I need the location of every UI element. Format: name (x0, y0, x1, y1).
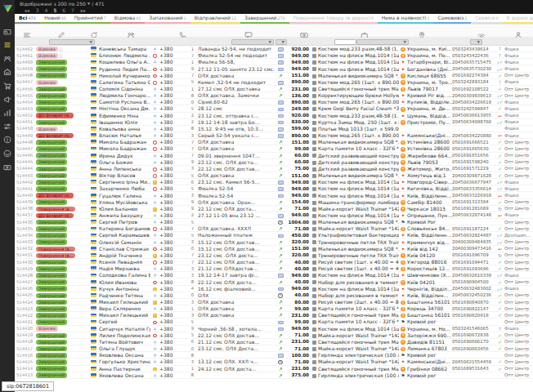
order-row[interactable]: 514422ЗавершенийМихаил Гилецькийlc+3803О… (15, 312, 533, 318)
order-row[interactable]: 514455ЗавершенийЛюдмила Гончаро…✳+3808ОЛ… (15, 92, 533, 99)
order-row[interactable]: 514441ЗавершенийЗахарченко Люба+3805Фиал… (15, 185, 533, 192)
tab-Нема в наявності[interactable]: Нема в наявності1 (378, 14, 434, 24)
filter-dropdown[interactable]: ▼ (356, 39, 409, 45)
order-row[interactable]: 514460ЗавершенийКошелева Ольга А…✳+3801Ф… (15, 59, 533, 65)
filter-input[interactable] (334, 39, 356, 45)
order-row[interactable]: 514449ДО Возврат ск..Власюк Наталья✳+380… (15, 132, 533, 139)
order-row[interactable]: 514421ЗавершенийСергей+380599.00Карта па… (15, 318, 533, 325)
order-row[interactable]: 514431Повернення (в...Андрій Ткаченкоlc+… (15, 252, 533, 259)
order-row[interactable]: 514417ЗавершенийОльга Глущук✳+380023.12 … (15, 345, 533, 352)
page-button-4[interactable]: 4 (45, 7, 48, 14)
app-logo-icon[interactable] (2, 1, 13, 16)
tracking-status-cell: ✓ (495, 159, 504, 165)
tab-Повернення товару (в дорозі)[interactable]: Повернення товару (в дорозі)0 (289, 14, 378, 24)
payment-cell: ↗ (275, 299, 285, 305)
last-page-button[interactable]: »» (80, 7, 86, 14)
product-box-icon (312, 287, 316, 292)
order-row[interactable]: 514425ЗавершенийРадченко Тетяна✳+3800ОЛХ… (15, 292, 533, 299)
order-row[interactable]: 514446ЗавершенийИрина Дидух✳+380709.01 з… (15, 153, 533, 159)
tab-Запакований[interactable]: Запакований1 (145, 14, 190, 24)
tab-Всі[interactable]: Всі471 (15, 14, 40, 24)
page-button-7[interactable]: 7 (71, 7, 74, 14)
order-row[interactable]: 514450ВідмоваⓘКовальова анна✳+380815.12.… (15, 126, 533, 132)
sidebar-info-icon[interactable] (2, 135, 12, 145)
order-row[interactable]: 514442ЗавершенийСергіенко Іріна Ми…lc+38… (15, 179, 533, 185)
pagination-range[interactable]: Відображені з 200 по 250 ▼ / 471 (20, 1, 533, 7)
order-row[interactable]: 514428ЗавершенийСолодкова Галина В…✳+380… (15, 272, 533, 278)
sidebar-video-icon[interactable] (2, 163, 12, 172)
sidebar-cart-icon[interactable] (2, 81, 12, 91)
order-row[interactable]: 514462ВідмоваⓘКаневська Тамара✳+3801Лава… (15, 46, 533, 52)
tab-В дорозі додому[interactable]: В дорозі додому0 (503, 14, 533, 24)
order-row[interactable]: 514444ЗавершенийАнна Липенська+380322.12… (15, 166, 533, 172)
order-row[interactable]: 514448ЗавершенийМикола Бадражан+3807ОЛХ … (15, 139, 533, 145)
sidebar-settings-sliders-icon[interactable] (2, 122, 12, 131)
first-page-button[interactable]: «« (25, 7, 30, 14)
order-row[interactable]: 514436ЗавершенийСергей Петров✳+3805$1004… (15, 219, 533, 225)
order-row[interactable]: 514424ЗавершенийМихаил Гилецькийlc+3803О… (15, 299, 533, 305)
tab-Відправлений[interactable]: Відправлений12 (190, 14, 240, 24)
order-row[interactable]: 514434ЗавершенийСергей Карамышев✳+3805На… (15, 232, 533, 238)
order-row[interactable]: 514443ЗавершенийВіктор Власов+3805ОЛХ до… (15, 172, 533, 179)
order-row[interactable]: 514415ЗавершенийГоргулько Христина…✳+380… (15, 359, 533, 365)
order-row[interactable]: 514458ЗавершенийНиколай Кучеренко+3807ОЛ… (15, 73, 533, 79)
order-row[interactable]: 514439ЗавершенийУляна Мусійовська✳+3809О… (15, 199, 533, 206)
order-row[interactable]: 514445ЗавершенийОльга Божик✳+380923.12 с… (15, 159, 533, 166)
order-row[interactable]: 514459ЗавершенийРуденко Лидия Па…+380927… (15, 65, 533, 72)
tab-Прийнятий[interactable]: Прийнятий7 (70, 14, 110, 24)
tab-Самовивіз[interactable]: Самовивіз2 (433, 14, 471, 24)
filter-dropdown[interactable]: ▼ (275, 39, 287, 45)
order-row[interactable]: 514420ВідмоваСитарчук Наталія Гр…✳+3809Ч… (15, 326, 533, 332)
page-button-5[interactable]: 5 (53, 7, 56, 14)
order-row[interactable]: 514427ЗавершенийЮлия Иванова+380822.12 с… (15, 278, 533, 285)
tab-Новий[interactable]: Новий48 (40, 14, 70, 24)
chevron-down-icon[interactable]: ▼ (87, 1, 90, 7)
tab-Відмова[interactable]: Відмова42 (110, 14, 145, 24)
delivery-courier-icon: д (401, 54, 405, 59)
order-row[interactable]: 514453ЗавершенийНікітіна Оксана Дм…✳+380… (15, 105, 533, 112)
filter-dropdown[interactable]: ▼ (470, 39, 482, 45)
page-button-6[interactable]: 6 (62, 7, 65, 14)
delivery-cell: ✦ (399, 66, 407, 72)
sidebar-stats-icon[interactable] (2, 108, 12, 118)
manager-name: Фішка (504, 193, 533, 198)
sidebar-warehouse-icon[interactable] (2, 67, 12, 77)
order-row[interactable]: 514451ЗавершенийІващенко Юлія✳+380219.12… (15, 119, 533, 126)
order-row[interactable]: 514423ЗавершенийВера Скляренко✳+3801ОЛХ … (15, 305, 533, 312)
status-cell: Відмова (36, 79, 88, 86)
order-row[interactable]: 514456ЗавершенийСоломія Сідоніна✳+380127… (15, 86, 533, 92)
order-row[interactable]: 514414ЗавершенийАнна Пастернакlc+380124.… (15, 366, 533, 372)
sidebar-contacts-icon[interactable] (2, 54, 12, 64)
tab-Сервіси[interactable]: Сервіси0 (471, 14, 502, 24)
status-badge: Завершений (36, 366, 67, 372)
order-row[interactable]: 514438Повернення (в...Юлия Баланюкlc+380… (15, 206, 533, 212)
order-row[interactable]: 514447ЗавершенийМикола Бадражан+3807ОЛХ … (15, 145, 533, 152)
order-row[interactable]: 514461ВідмоваⓘБлизнюк Людмила …+3807Фиал… (15, 52, 533, 59)
sidebar-announce-icon[interactable] (2, 95, 12, 105)
order-row[interactable]: 514440ДО Возврат ск..Гуцалюк Галина✳+380… (15, 192, 533, 198)
sidebar-orders-icon[interactable] (2, 40, 12, 50)
order-row[interactable]: 514454ЗавершенийСамотій Руслана В…✳+3800… (15, 99, 533, 105)
order-row[interactable]: 514457ВідмоваСалегина Татьяна С…+3805Кем… (15, 79, 533, 86)
order-row[interactable]: 514437ДО Возврат ск..Анжела Безушку✳+380… (15, 212, 533, 219)
order-row[interactable]: 514419ЗавершенийЛилия Подолинская+380522… (15, 332, 533, 339)
filter-dropdown[interactable]: ▼ (49, 39, 95, 45)
order-row[interactable]: 514418ЗавершенийТетяна Войтович✳+380621.… (15, 339, 533, 345)
order-row[interactable]: 514433ЗавершенийОлексій Семанін✳+380315.… (15, 239, 533, 246)
order-row[interactable]: 514413ЗавершенийЯковлева Оксана✳+3808↗37… (15, 372, 533, 379)
order-row[interactable]: 514429ЗавершенийНадія Мерзаєва✳+380321.1… (15, 265, 533, 272)
payment-cell (275, 272, 285, 278)
order-row[interactable]: 514435ЗавершенийКатерина Богданова+3807О… (15, 225, 533, 232)
sidebar-id-card-icon[interactable] (2, 27, 12, 37)
page-button-3[interactable]: 3 (36, 7, 39, 14)
tab-Завершений[interactable]: Завершений278 (240, 14, 289, 24)
order-row[interactable]: 514426ЗавершенийКучук Антонінаlc+380416.… (15, 286, 533, 292)
flag-cell (88, 332, 99, 338)
status-badge: Завершений (36, 106, 67, 112)
order-row[interactable]: 514452ДО Возврат ск..Єфименко Ніна✳+3802… (15, 113, 533, 119)
order-row[interactable]: 514416ЗавершенийЯковлева Оксана✳+3808100… (15, 352, 533, 359)
sidebar-gesture-icon[interactable] (2, 149, 12, 158)
filter-dropdown[interactable]: ▼ (231, 39, 274, 45)
order-row[interactable]: 514430ЗавершенийКсенія Левадняя+380722.1… (15, 259, 533, 265)
order-row[interactable]: 514432Повернення (в...Станіслав Стрижак+… (15, 246, 533, 252)
